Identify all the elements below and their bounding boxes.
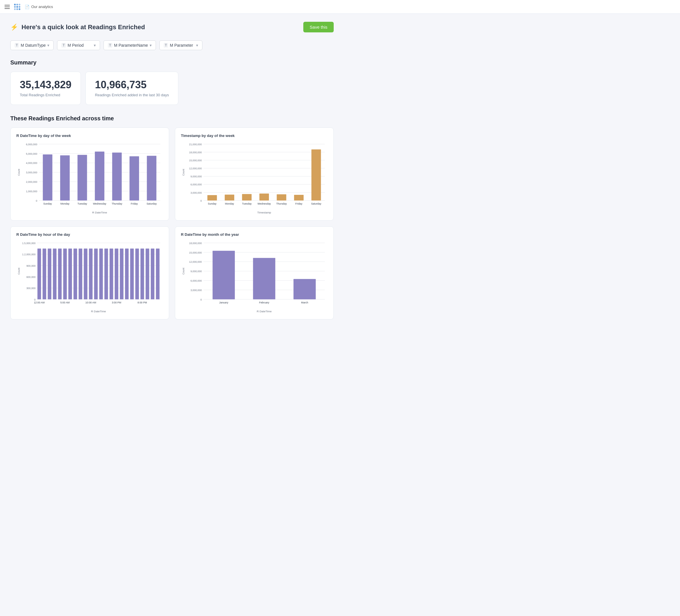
- breadcrumb: 📄 Our analytics: [25, 5, 53, 9]
- chart-month-of-year: R DateTime by month of the year 03,000,0…: [175, 226, 334, 319]
- chart-timestamp-day-container: 03,000,0006,000,0009,000,00012,000,00015…: [181, 141, 328, 216]
- chart-rdatetime-day-container: 01,000,0002,000,0003,000,0004,000,0005,0…: [16, 141, 163, 216]
- svg-point-5: [19, 6, 20, 8]
- breadcrumb-file-icon: 📄: [25, 5, 30, 9]
- svg-rect-100: [115, 249, 118, 299]
- summary-cards: 35,143,829 Total Readings Enriched10,966…: [10, 71, 334, 105]
- svg-text:Timestamp: Timestamp: [257, 211, 271, 214]
- summary-title: Summary: [10, 59, 334, 66]
- svg-rect-103: [130, 249, 134, 299]
- hamburger-menu[interactable]: [5, 5, 10, 9]
- svg-text:18,000,000: 18,000,000: [189, 151, 202, 154]
- svg-text:2,000,000: 2,000,000: [26, 180, 37, 183]
- chart-rdatetime-day: R DateTime by day of the week 01,000,000…: [10, 127, 169, 221]
- svg-rect-67: [294, 195, 304, 201]
- filter-type-icon: T: [61, 43, 66, 48]
- chevron-down-icon: ▾: [47, 43, 49, 48]
- svg-text:January: January: [219, 301, 228, 304]
- svg-text:Count: Count: [182, 268, 185, 274]
- svg-rect-25: [43, 154, 52, 201]
- chart-timestamp-day-title: Timestamp by day of the week: [181, 134, 328, 138]
- svg-rect-104: [135, 249, 139, 299]
- svg-text:18,000,000: 18,000,000: [189, 242, 202, 245]
- svg-text:6,000,000: 6,000,000: [190, 183, 201, 186]
- filter-datum-type[interactable]: T M DatumType ▾: [10, 40, 54, 50]
- svg-rect-86: [43, 249, 47, 299]
- svg-text:Count: Count: [18, 169, 20, 176]
- page-title-row: ⚡ Here's a quick look at Readings Enrich…: [10, 24, 145, 31]
- svg-rect-96: [94, 249, 98, 299]
- chevron-down-icon: ▾: [196, 43, 198, 48]
- svg-text:February: February: [259, 301, 270, 304]
- svg-text:1,000,000: 1,000,000: [26, 190, 37, 193]
- svg-point-8: [19, 8, 20, 10]
- svg-text:Thursday: Thursday: [112, 202, 122, 205]
- svg-text:15,000,000: 15,000,000: [189, 159, 202, 162]
- svg-text:12,000,000: 12,000,000: [189, 261, 202, 264]
- svg-text:R DateTime: R DateTime: [257, 310, 272, 313]
- svg-rect-37: [147, 156, 156, 201]
- svg-text:Friday: Friday: [131, 202, 138, 205]
- svg-text:300,000: 300,000: [26, 287, 35, 290]
- svg-rect-90: [63, 249, 67, 299]
- chart-hour-of-day-container: 0300,000600,000900,0001.2,000,0001.5,000…: [16, 240, 163, 315]
- svg-rect-85: [37, 249, 41, 299]
- svg-text:3,000,000: 3,000,000: [190, 289, 201, 292]
- svg-text:5:00 AM: 5:00 AM: [60, 301, 70, 304]
- svg-text:1.2,000,000: 1.2,000,000: [22, 253, 35, 256]
- svg-point-2: [19, 4, 20, 5]
- svg-rect-98: [104, 249, 108, 299]
- svg-rect-59: [225, 195, 234, 201]
- filter-label: M Period: [68, 43, 84, 48]
- svg-text:Count: Count: [182, 169, 185, 176]
- svg-text:Thursday: Thursday: [276, 202, 287, 205]
- svg-text:0: 0: [36, 199, 37, 202]
- svg-rect-63: [259, 194, 269, 201]
- svg-rect-97: [99, 249, 103, 299]
- app-logo: [13, 3, 21, 11]
- svg-text:3:00 PM: 3:00 PM: [112, 301, 121, 304]
- svg-point-1: [16, 4, 18, 5]
- svg-rect-31: [95, 152, 104, 201]
- chart-rdatetime-day-title: R DateTime by day of the week: [16, 134, 163, 138]
- svg-text:R DateTime: R DateTime: [92, 211, 107, 214]
- svg-rect-29: [77, 155, 87, 201]
- svg-rect-92: [74, 249, 77, 299]
- summary-card: 35,143,829 Total Readings Enriched: [10, 71, 81, 105]
- svg-rect-94: [84, 249, 87, 299]
- svg-rect-107: [151, 249, 154, 299]
- svg-rect-132: [253, 258, 276, 299]
- svg-rect-95: [89, 249, 93, 299]
- svg-rect-105: [140, 249, 144, 299]
- svg-rect-93: [79, 249, 82, 299]
- main-content: ⚡ Here's a quick look at Readings Enrich…: [0, 14, 344, 327]
- filter-period[interactable]: T M Period ▾: [57, 40, 100, 50]
- svg-text:9,000,000: 9,000,000: [190, 270, 201, 273]
- save-button[interactable]: Save this: [303, 22, 334, 32]
- svg-text:Sunday: Sunday: [43, 202, 52, 205]
- svg-text:9,000,000: 9,000,000: [190, 175, 201, 178]
- summary-label: Total Readings Enriched: [20, 92, 72, 98]
- svg-point-0: [14, 4, 16, 5]
- filter-label: M ParameterName: [114, 43, 148, 48]
- svg-text:0: 0: [200, 298, 202, 301]
- lightning-icon: ⚡: [10, 24, 18, 31]
- svg-text:12,000,000: 12,000,000: [189, 167, 202, 170]
- svg-text:3,000,000: 3,000,000: [190, 192, 201, 194]
- svg-text:R DateTime: R DateTime: [91, 310, 106, 313]
- filter-parameter[interactable]: T M Parameter ▾: [160, 40, 202, 50]
- summary-number: 35,143,829: [20, 79, 72, 91]
- svg-rect-108: [156, 249, 160, 299]
- chart-month-of-year-title: R DateTime by month of the year: [181, 232, 328, 237]
- filter-type-icon: T: [108, 43, 112, 48]
- svg-text:3,000,000: 3,000,000: [26, 171, 37, 174]
- filter-parameter-name[interactable]: T M ParameterName ▾: [104, 40, 156, 50]
- svg-text:March: March: [301, 301, 308, 304]
- svg-text:Saturday: Saturday: [146, 202, 157, 205]
- svg-rect-61: [242, 194, 251, 201]
- svg-rect-134: [293, 279, 316, 299]
- svg-rect-27: [60, 155, 70, 201]
- svg-text:15,000,000: 15,000,000: [189, 251, 202, 254]
- svg-text:4,000,000: 4,000,000: [26, 162, 37, 165]
- svg-rect-65: [277, 194, 286, 201]
